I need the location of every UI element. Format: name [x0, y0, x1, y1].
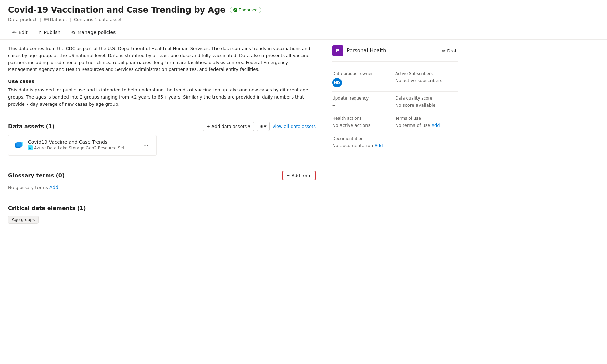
endorsed-label: Endorsed — [239, 8, 258, 12]
owner-avatar: ND — [332, 78, 342, 87]
draft-label: Draft — [447, 48, 458, 53]
cde-tag-age-groups: Age groups — [8, 216, 39, 224]
add-term-button[interactable]: + Add term — [282, 171, 316, 180]
endorsed-badge: ✓ Endorsed — [230, 7, 261, 13]
asset-card: Covid19 Vaccine and Case Trends A Azure … — [8, 135, 157, 156]
no-glossary-row: No glossary terms Add — [8, 185, 316, 190]
info-grid: Data product owner ND Active Subscribers… — [332, 67, 458, 132]
owner-label: Data product owner — [332, 71, 395, 76]
add-data-assets-button[interactable]: + Add data assets ▾ — [203, 122, 254, 131]
view-all-link[interactable]: View all data assets — [272, 124, 316, 129]
documentation-cell: Documentation No documentation Add — [332, 132, 458, 152]
update-freq-cell: Update frequency -- — [332, 92, 395, 112]
documentation-add-link[interactable]: Add — [374, 143, 383, 148]
page-title: Covid-19 Vaccination and Case Trending b… — [8, 5, 226, 15]
terms-value-row: No terms of use Add — [395, 123, 458, 128]
manage-policies-label: Manage policies — [78, 30, 116, 35]
toolbar: ✏ Edit ↑ Publish ⛭ Manage policies — [8, 25, 599, 39]
glossary-add-link[interactable]: Add — [49, 185, 58, 190]
asset-type: A Azure Data Lake Storage Gen2 Resource … — [28, 145, 124, 151]
grid-chevron-icon: ▾ — [264, 124, 267, 129]
health-actions-label: Health actions — [332, 116, 395, 121]
edit-label: Edit — [19, 30, 28, 35]
glossary-header-row: Glossary terms (0) + Add term — [8, 171, 316, 180]
grid-icon: ⊞ — [260, 124, 263, 129]
data-assets-section: Data assets (1) + Add data assets ▾ ⊞ ▾ … — [8, 122, 316, 156]
health-actions-cell: Health actions No active actions — [332, 112, 395, 132]
publish-icon: ↑ — [38, 30, 42, 35]
page-container: Covid-19 Vaccination and Case Trending b… — [0, 0, 607, 364]
subscribers-label: Active Subscribers — [395, 71, 458, 76]
right-panel-header: P Personal Health ✏ Draft — [332, 45, 458, 62]
subtitle-contains: Contains 1 data asset — [74, 17, 122, 22]
terms-value: No terms of use — [395, 123, 431, 128]
quality-score-label: Data quality score — [395, 96, 458, 101]
manage-policies-icon: ⛭ — [71, 30, 76, 35]
collection-initial: P — [336, 48, 339, 53]
owner-cell: Data product owner ND — [332, 67, 395, 92]
no-glossary-text: No glossary terms — [8, 185, 49, 190]
chevron-down-icon: ▾ — [248, 124, 250, 129]
use-cases-heading: Use cases — [8, 79, 316, 84]
title-row: Covid-19 Vaccination and Case Trending b… — [8, 5, 599, 15]
cde-title: Critical data elements (1) — [8, 205, 86, 212]
terms-add-link[interactable]: Add — [431, 123, 440, 128]
owner-value: ND — [332, 78, 395, 87]
update-freq-value: -- — [332, 103, 395, 108]
azure-storage-icon: A — [28, 145, 33, 150]
asset-more-button[interactable]: ··· — [141, 140, 151, 150]
health-actions-value: No active actions — [332, 123, 395, 128]
quality-score-cell: Data quality score No score available — [395, 92, 458, 112]
manage-policies-button[interactable]: ⛭ Manage policies — [67, 27, 120, 37]
documentation-value-row: No documentation Add — [332, 143, 458, 148]
edit-icon: ✏ — [12, 30, 17, 35]
update-freq-label: Update frequency — [332, 96, 395, 101]
terms-cell: Terms of use No terms of use Add — [395, 112, 458, 132]
subtitle-icon: Dataset — [44, 17, 67, 22]
personal-health-icon: P — [332, 45, 343, 56]
subtitle-category: Dataset — [50, 17, 67, 22]
personal-health-name: Personal Health — [347, 48, 386, 54]
documentation-value: No documentation — [332, 143, 374, 148]
glossary-title: Glossary terms (0) — [8, 172, 65, 179]
asset-card-left: Covid19 Vaccine and Case Trends A Azure … — [14, 139, 124, 151]
subtitle-sep: | — [40, 17, 41, 22]
check-icon: ✓ — [233, 8, 237, 12]
cde-section: Critical data elements (1) Age groups — [8, 205, 316, 224]
view-grid-button[interactable]: ⊞ ▾ — [257, 122, 270, 131]
add-data-assets-label: Add data assets — [211, 124, 247, 129]
subtitle-row: Data product | Dataset | Contains 1 data… — [8, 17, 599, 22]
data-assets-title: Data assets (1) — [8, 123, 54, 130]
use-cases-section: Use cases This data is provided for publ… — [8, 79, 316, 108]
quality-score-value: No score available — [395, 103, 458, 108]
subscribers-cell: Active Subscribers No active subscribers — [395, 67, 458, 92]
asset-info: Covid19 Vaccine and Case Trends A Azure … — [28, 139, 124, 151]
main-content: This data comes from the CDC as part of … — [0, 40, 607, 364]
right-panel: P Personal Health ✏ Draft Data product o… — [324, 40, 466, 364]
use-cases-text: This data is provided for public use and… — [8, 87, 316, 108]
glossary-section: Glossary terms (0) + Add term No glossar… — [8, 171, 316, 190]
terms-label: Terms of use — [395, 116, 458, 121]
asset-cube-icon — [14, 140, 25, 150]
dataset-icon — [44, 17, 49, 22]
svg-rect-5 — [16, 142, 22, 147]
publish-button[interactable]: ↑ Publish — [33, 27, 65, 37]
draft-badge: ✏ Draft — [442, 48, 458, 53]
add-term-label: + Add term — [286, 173, 312, 178]
section-divider-1 — [8, 115, 316, 115]
asset-name: Covid19 Vaccine and Case Trends — [28, 139, 124, 145]
svg-text:A: A — [29, 146, 31, 149]
main-description: This data comes from the CDC as part of … — [8, 45, 316, 73]
section-divider-2 — [8, 164, 316, 164]
edit-button[interactable]: ✏ Edit — [8, 27, 32, 37]
cde-tags: Age groups — [8, 216, 316, 224]
azure-icon: A — [28, 145, 33, 151]
svg-rect-0 — [44, 18, 48, 21]
draft-pen-icon: ✏ — [442, 48, 446, 53]
subscribers-value: No active subscribers — [395, 78, 458, 83]
data-assets-actions: + Add data assets ▾ ⊞ ▾ View all data as… — [203, 122, 316, 131]
plus-icon: + — [206, 124, 210, 129]
asset-type-text: Azure Data Lake Storage Gen2 Resource Se… — [34, 146, 124, 150]
documentation-label: Documentation — [332, 136, 458, 141]
subtitle-type: Data product — [8, 17, 37, 22]
